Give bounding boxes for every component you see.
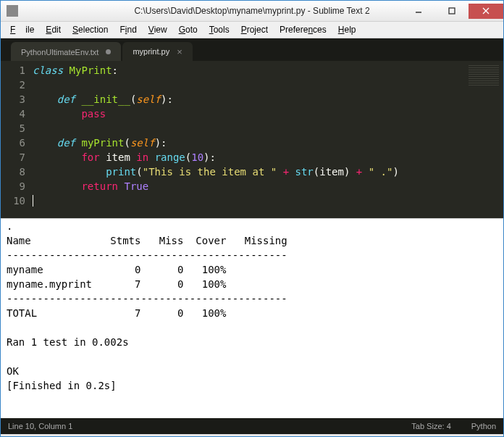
minimap[interactable] — [460, 61, 503, 218]
editor-area: PythonUltimateEnv.txt myprint.py × 12345… — [1, 38, 503, 218]
tab-close-icon[interactable]: × — [177, 46, 182, 57]
minimize-button[interactable] — [402, 4, 435, 19]
tab-bar: PythonUltimateEnv.txt myprint.py × — [1, 38, 503, 61]
minimap-preview — [469, 65, 499, 87]
tab-active[interactable]: myprint.py × — [122, 42, 192, 61]
build-output[interactable]: . Name Stmts Miss Cover Missing --------… — [1, 218, 503, 418]
menu-project[interactable]: Project — [236, 23, 273, 36]
menu-selection[interactable]: Selection — [67, 23, 113, 36]
close-button[interactable] — [469, 4, 503, 19]
minimize-icon — [415, 7, 422, 14]
menu-view[interactable]: View — [143, 23, 172, 36]
menu-file[interactable]: File — [5, 23, 39, 36]
status-tab-size[interactable]: Tab Size: 4 — [411, 422, 450, 430]
tab-label: myprint.py — [133, 47, 169, 56]
menubar: File Edit Selection Find View Goto Tools… — [1, 22, 503, 38]
menu-help[interactable]: Help — [333, 23, 361, 36]
window-controls — [402, 4, 503, 19]
svg-rect-1 — [449, 8, 455, 14]
menu-edit[interactable]: Edit — [41, 23, 66, 36]
status-position: Line 10, Column 1 — [8, 422, 391, 430]
code-content[interactable]: class MyPrint: def __init__(self): pass … — [33, 61, 460, 218]
menu-goto[interactable]: Goto — [174, 23, 203, 36]
maximize-button[interactable] — [435, 4, 469, 19]
menu-preferences[interactable]: Preferences — [274, 23, 332, 36]
code-body: 12345678910 class MyPrint: def __init__(… — [1, 61, 503, 218]
status-syntax[interactable]: Python — [471, 422, 496, 430]
window-titlebar: C:\Users\David\Desktop\myname\myprint.py… — [1, 1, 503, 22]
statusbar: Line 10, Column 1 Tab Size: 4 Python — [1, 418, 503, 434]
menu-tools[interactable]: Tools — [204, 23, 235, 36]
tab-inactive[interactable]: PythonUltimateEnv.txt — [11, 42, 121, 61]
dirty-indicator-icon — [106, 49, 111, 54]
tab-label: PythonUltimateEnv.txt — [21, 48, 98, 57]
close-icon — [482, 7, 490, 14]
app-icon — [7, 5, 18, 17]
menu-find[interactable]: Find — [114, 23, 141, 36]
line-gutter: 12345678910 — [1, 61, 33, 218]
maximize-icon — [448, 7, 455, 14]
